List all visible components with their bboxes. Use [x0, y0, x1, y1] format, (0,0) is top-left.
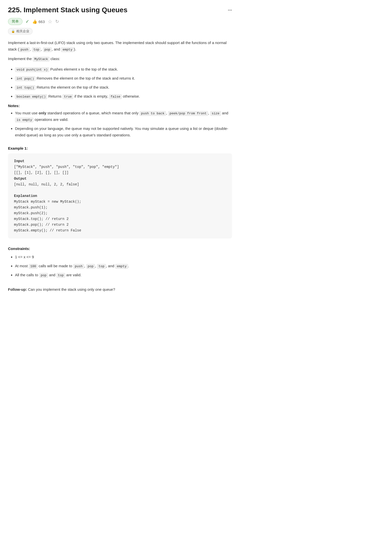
- constraint2-code: 100: [29, 264, 38, 269]
- method-empty-text-post: otherwise.: [122, 94, 140, 98]
- explanation-line2: myStack.push(1);: [14, 205, 48, 209]
- note1-comma2: ,: [208, 111, 210, 115]
- note1-bold: only: [39, 111, 46, 115]
- likes-badge[interactable]: 👍 663: [32, 19, 45, 24]
- example-title: Example 1:: [8, 146, 232, 150]
- explanation-label: Explanation: [14, 194, 37, 198]
- page-container: 225. Implement Stack using Queues ··· 简单…: [8, 6, 232, 293]
- explanation-line4: myStack.top(); // return 2: [14, 217, 68, 221]
- constraint2-top: top: [97, 264, 106, 269]
- desc-comma1: ,: [30, 47, 32, 51]
- method-push-code: void push(int x): [15, 67, 49, 72]
- notes-title: Notes:: [8, 104, 232, 108]
- constraint2-empty: empty: [115, 264, 128, 269]
- method-top-text: Returns the element on the top of the st…: [36, 85, 109, 89]
- explanation-line6: myStack.empty(); // return False: [14, 228, 81, 232]
- likes-count: 663: [38, 20, 45, 24]
- company-tag[interactable]: 🔒 相关企业: [8, 28, 32, 35]
- constraint-2: At most 100 calls will be made to push, …: [15, 263, 232, 269]
- constraint3-pop: pop: [39, 273, 48, 278]
- constraint2-push: push: [73, 264, 84, 269]
- constraint3-pre: All the calls to: [15, 273, 39, 277]
- note1-code-peek: peek/pop from front: [168, 111, 208, 116]
- note1-code-push: push to back: [140, 111, 166, 116]
- company-tag-label: 相关企业: [16, 29, 29, 34]
- output-value: [null, null, null, 2, 2, false]: [14, 182, 79, 186]
- title-text: 225. Implement Stack using Queues: [8, 6, 128, 14]
- desc-code-push: push: [19, 47, 30, 52]
- page-title: 225. Implement Stack using Queues ···: [8, 6, 232, 14]
- note-1: You must use only standard operations of…: [15, 110, 232, 123]
- desc2-post: class:: [50, 57, 60, 61]
- note1-mid: standard operations of a queue, which me…: [46, 111, 140, 115]
- desc-code-pop: pop: [43, 47, 52, 52]
- explanation-line5: myStack.pop(); // return 2: [14, 223, 68, 227]
- method-empty-text-mid: if the stack is empty,: [73, 94, 109, 98]
- note1-post: operations are valid.: [34, 117, 68, 122]
- constraint3-top: top: [56, 273, 65, 278]
- notes-section: Notes: You must use only standard operat…: [8, 104, 232, 138]
- followup-text: Can you implement the stack using only o…: [27, 287, 115, 292]
- lock-icon: 🔒: [11, 30, 15, 33]
- notes-list: You must use only standard operations of…: [8, 110, 232, 138]
- note1-code-isempty: is empty: [15, 118, 34, 122]
- explanation-line3: myStack.push(2);: [14, 211, 48, 215]
- constraint2-pre: At most: [15, 264, 29, 268]
- check-icon: ✓: [26, 19, 29, 24]
- description-section: Implement a last-in-first-out (LIFO) sta…: [8, 40, 232, 62]
- method-push: void push(int x) Pushes element x to the…: [15, 66, 232, 73]
- method-empty: boolean empty() Returns true if the stac…: [15, 93, 232, 100]
- note1-code-size: size: [210, 111, 221, 116]
- desc-code-mystack: MyStack: [33, 57, 50, 62]
- note-2: Depending on your language, the queue ma…: [15, 125, 232, 138]
- input-label: Input: [14, 159, 24, 163]
- explanation-line1: MyStack myStack = new MyStack();: [14, 200, 81, 204]
- note1-and: and: [221, 111, 228, 115]
- description-para-1: Implement a last-in-first-out (LIFO) sta…: [8, 40, 232, 53]
- method-pop-text: Removes the element on the top of the st…: [36, 76, 135, 80]
- method-empty-true: true: [62, 94, 73, 99]
- thumbs-up-icon: 👍: [32, 19, 37, 24]
- output-label: Output: [14, 177, 26, 181]
- method-push-text: Pushes element x to the top of the stack…: [50, 67, 118, 71]
- methods-list: void push(int x) Pushes element x to the…: [8, 66, 232, 100]
- constraints-title: Constraints:: [8, 246, 232, 251]
- method-top-code: int top(): [15, 85, 36, 90]
- desc-comma2: ,: [41, 47, 43, 51]
- input-line2: [[], [1], [2], [], [], []]: [14, 171, 68, 175]
- desc-end: ).: [74, 47, 76, 51]
- refresh-icon[interactable]: ↻: [55, 19, 59, 24]
- star-icon[interactable]: ☆: [48, 19, 52, 25]
- method-pop: int pop() Removes the element on the top…: [15, 75, 232, 82]
- method-pop-code: int pop(): [15, 76, 36, 81]
- difficulty-badge: 简单: [8, 18, 22, 25]
- desc-and: , and: [52, 47, 61, 51]
- desc2-pre: Implement the: [8, 57, 33, 61]
- constraint-3: All the calls to pop and top are valid.: [15, 272, 232, 278]
- constraint2-pop: pop: [86, 264, 95, 269]
- method-empty-false: false: [109, 94, 122, 99]
- more-icon[interactable]: ···: [228, 7, 232, 13]
- method-top: int top() Returns the element on the top…: [15, 84, 232, 91]
- constraint3-post: are valid.: [65, 273, 82, 277]
- constraint3-mid: and: [48, 273, 56, 277]
- constraint2-post: .: [128, 264, 129, 268]
- description-para-2: Implement the MyStack class:: [8, 56, 232, 62]
- constraint2-comma1: ,: [84, 264, 86, 268]
- input-line1: ["MyStack", "push", "push", "top", "pop"…: [14, 165, 119, 169]
- badges-row: 简单 ✓ 👍 663 ☆ ↻: [8, 18, 232, 25]
- followup-label: Follow-up:: [8, 287, 27, 292]
- constraint2-and: , and: [106, 264, 116, 268]
- constraints-list: 1 <= x <= 9 At most 100 calls will be ma…: [8, 254, 232, 278]
- example-code-block: Input ["MyStack", "push", "push", "top",…: [8, 153, 232, 238]
- desc-code-empty: empty: [61, 47, 74, 52]
- method-empty-code: boolean empty(): [15, 94, 47, 99]
- constraint-1: 1 <= x <= 9: [15, 254, 232, 260]
- desc-code-top: top: [32, 47, 41, 52]
- constraint1-text: 1 <= x <= 9: [15, 255, 34, 259]
- followup-section: Follow-up: Can you implement the stack u…: [8, 286, 232, 293]
- method-empty-text-pre: Returns: [48, 94, 62, 98]
- note1-pre: You must use: [15, 111, 39, 115]
- constraint2-mid: calls will be made to: [38, 264, 73, 268]
- note2-text: Depending on your language, the queue ma…: [15, 126, 228, 137]
